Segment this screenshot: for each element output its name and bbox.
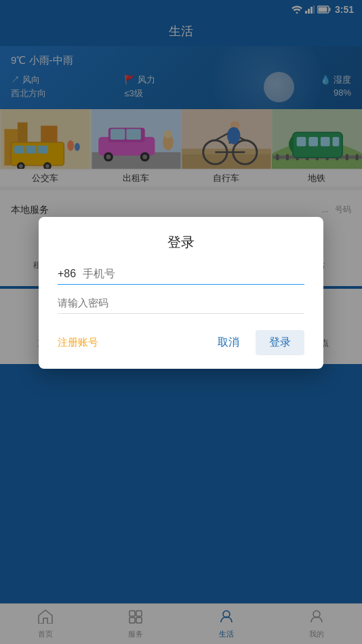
page-container: 3:51 生活 9℃ 小雨-中雨 ↗ 风向 西北方向 🚩 风力 ≤3级 [0, 0, 362, 644]
password-row [58, 297, 304, 314]
dialog-actions: 注册账号 取消 登录 [58, 330, 304, 355]
cancel-button[interactable]: 取消 [207, 330, 250, 355]
password-input[interactable] [58, 297, 304, 308]
country-code: +86 [58, 268, 76, 280]
overlay: 登录 +86 注册账号 取消 登录 [0, 0, 362, 644]
register-link[interactable]: 注册账号 [58, 336, 98, 349]
phone-row: +86 [58, 268, 304, 285]
login-button[interactable]: 登录 [256, 330, 304, 355]
phone-input[interactable] [83, 268, 304, 280]
dialog-buttons: 取消 登录 [207, 330, 304, 355]
login-dialog: 登录 +86 注册账号 取消 登录 [39, 217, 323, 369]
dialog-title: 登录 [58, 233, 304, 251]
